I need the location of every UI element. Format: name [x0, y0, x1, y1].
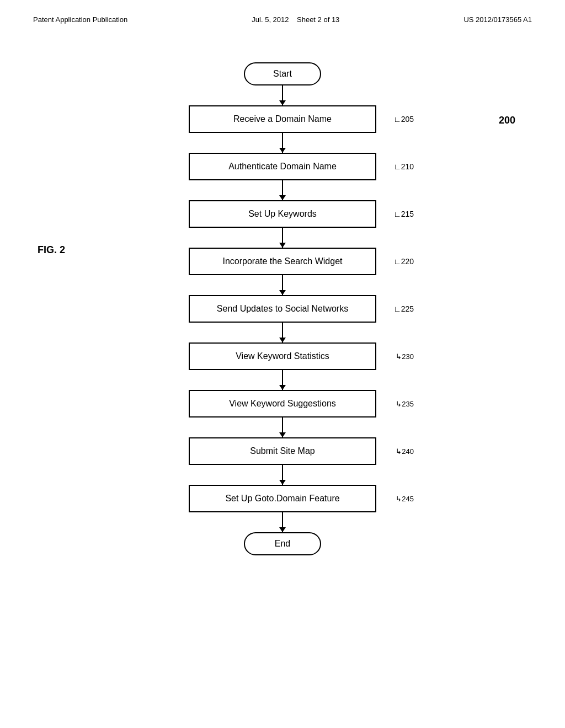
- node-start: Start: [244, 62, 321, 85]
- node-225: Send Updates to Social Networks ∟225: [189, 295, 376, 323]
- ref-215: ∟215: [393, 210, 414, 218]
- arrow-8: [282, 417, 283, 437]
- ref-230: ↳230: [396, 352, 414, 361]
- node-235: View Keyword Suggestions ↳235: [189, 390, 376, 417]
- ref-210: ∟210: [393, 162, 414, 171]
- header-left: Patent Application Publication: [33, 15, 127, 24]
- diagram-container: FIG. 2 200 Start Receive a Domain Name ∟…: [0, 29, 565, 566]
- end-node: End: [244, 532, 321, 555]
- header-center: Jul. 5, 2012 Sheet 2 of 13: [252, 15, 339, 24]
- arrow-6: [282, 323, 283, 342]
- node-205: Receive a Domain Name ∟205: [189, 105, 376, 133]
- node-240: Submit Site Map ↳240: [189, 437, 376, 465]
- diagram-number: 200: [499, 115, 515, 126]
- arrow-7: [282, 370, 283, 390]
- box-215: Set Up Keywords ∟215: [189, 200, 376, 228]
- arrow-3: [282, 180, 283, 200]
- ref-220: ∟220: [393, 257, 414, 266]
- arrow-4: [282, 228, 283, 248]
- box-235: View Keyword Suggestions ↳235: [189, 390, 376, 417]
- box-220: Incorporate the Search Widget ∟220: [189, 248, 376, 275]
- box-245: Set Up Goto.Domain Feature ↳245: [189, 485, 376, 512]
- ref-205: ∟205: [393, 115, 414, 124]
- ref-245: ↳245: [396, 495, 414, 503]
- node-215: Set Up Keywords ∟215: [189, 200, 376, 228]
- page-header: Patent Application Publication Jul. 5, 2…: [0, 0, 565, 29]
- arrow-5: [282, 275, 283, 295]
- box-205: Receive a Domain Name ∟205: [189, 105, 376, 133]
- fig-label: FIG. 2: [38, 244, 65, 256]
- box-230: View Keyword Statistics ↳230: [189, 342, 376, 370]
- arrow-2: [282, 133, 283, 153]
- ref-225: ∟225: [393, 304, 414, 313]
- flowchart: Start Receive a Domain Name ∟205 Authent…: [189, 62, 376, 555]
- ref-235: ↳235: [396, 400, 414, 408]
- node-end: End: [244, 532, 321, 555]
- arrow-1: [282, 85, 283, 105]
- node-210: Authenticate Domain Name ∟210: [189, 153, 376, 180]
- arrow-9: [282, 465, 283, 485]
- ref-240: ↳240: [396, 447, 414, 456]
- node-230: View Keyword Statistics ↳230: [189, 342, 376, 370]
- box-225: Send Updates to Social Networks ∟225: [189, 295, 376, 323]
- node-220: Incorporate the Search Widget ∟220: [189, 248, 376, 275]
- header-right: US 2012/0173565 A1: [463, 15, 532, 24]
- box-240: Submit Site Map ↳240: [189, 437, 376, 465]
- arrow-10: [282, 512, 283, 532]
- box-210: Authenticate Domain Name ∟210: [189, 153, 376, 180]
- node-245: Set Up Goto.Domain Feature ↳245: [189, 485, 376, 512]
- start-node: Start: [244, 62, 321, 85]
